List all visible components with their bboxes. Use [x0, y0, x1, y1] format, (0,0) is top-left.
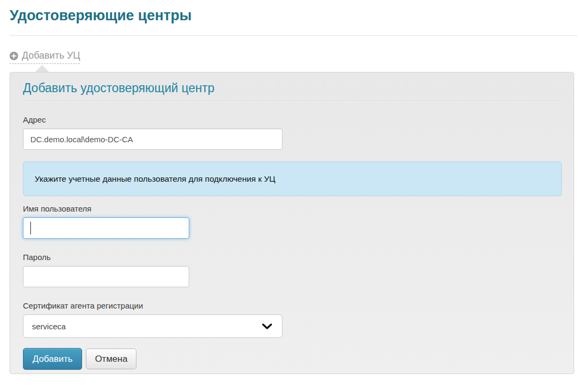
- certificate-select[interactable]: serviceca: [23, 314, 283, 338]
- info-banner-text: Укажите учетные данные пользователя для …: [35, 174, 276, 184]
- add-ca-panel: Добавить удостоверяющий центр Адрес Укаж…: [10, 72, 574, 374]
- add-ca-link-label: Добавить УЦ: [22, 50, 80, 61]
- address-field-group: Адрес: [23, 115, 561, 150]
- password-input[interactable]: [23, 266, 189, 287]
- text-cursor: [30, 222, 31, 234]
- address-label: Адрес: [23, 115, 561, 125]
- username-label: Имя пользователя: [23, 204, 561, 214]
- password-label: Пароль: [23, 253, 561, 262]
- info-banner: Укажите учетные данные пользователя для …: [23, 161, 562, 196]
- form-button-row: Добавить Отмена: [23, 348, 561, 370]
- plus-circle-icon: [10, 52, 18, 60]
- caret-up-pointer: [35, 65, 49, 72]
- panel-title-divider: [23, 101, 561, 101]
- username-input-wrap: [23, 217, 189, 239]
- certificate-field-group: Сертификат агента регистрации serviceca: [23, 301, 561, 338]
- username-input[interactable]: [23, 217, 189, 239]
- page-title: Удостоверяющие центры: [10, 7, 578, 24]
- certificate-label: Сертификат агента регистрации: [23, 301, 561, 311]
- password-field-group: Пароль: [23, 253, 561, 287]
- add-button[interactable]: Добавить: [23, 348, 82, 370]
- header-divider: [10, 35, 577, 36]
- panel-title: Добавить удостоверяющий центр: [23, 79, 561, 95]
- cancel-button[interactable]: Отмена: [86, 349, 136, 369]
- add-ca-link[interactable]: Добавить УЦ: [10, 50, 80, 64]
- certificate-authorities-page: Удостоверяющие центры Добавить УЦ Добави…: [0, 7, 588, 389]
- username-field-group: Имя пользователя: [23, 204, 561, 239]
- address-input[interactable]: [23, 128, 283, 150]
- certificate-select-wrap: serviceca: [23, 314, 283, 338]
